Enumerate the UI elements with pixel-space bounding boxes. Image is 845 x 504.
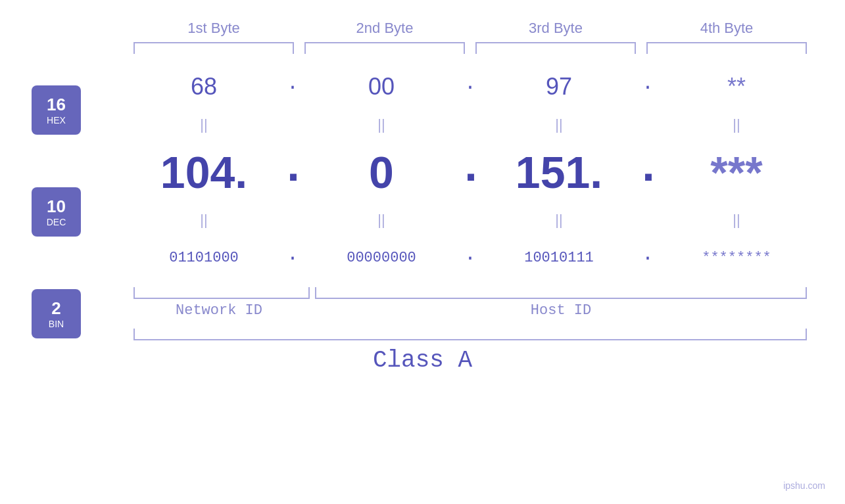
- dec-cell-2: 0: [306, 147, 457, 198]
- id-labels: Network ID Host ID: [33, 302, 812, 319]
- eq-7: ||: [483, 212, 635, 229]
- eq-8: ||: [661, 212, 812, 229]
- bin-num: 2: [51, 298, 60, 319]
- bin-cell-3: 10010111: [483, 250, 635, 266]
- network-id-label: Network ID: [128, 302, 310, 319]
- big-bottom-bracket: [33, 329, 812, 340]
- host-id-label: Host ID: [310, 302, 812, 319]
- bin-value-2: 00000000: [347, 250, 416, 266]
- bin-value-3: 10010111: [524, 250, 594, 266]
- hex-dot-1: .: [279, 74, 306, 93]
- dec-value-4: ***: [710, 147, 762, 197]
- eq-5: ||: [128, 212, 279, 229]
- hex-cell-1: 68: [128, 73, 279, 101]
- byte-header-2: 2nd Byte: [299, 20, 470, 37]
- hex-value-1: 68: [191, 73, 217, 100]
- rows-area: 68 . 00 . 97 . ** || || || ||: [33, 60, 812, 284]
- sep-row-2: || || || ||: [128, 208, 812, 231]
- bracket-top-2: [304, 42, 465, 54]
- dec-dot-1: .: [279, 146, 306, 192]
- hex-cell-3: 97: [483, 73, 635, 101]
- eq-4: ||: [661, 116, 812, 133]
- bracket-network: [133, 287, 310, 299]
- hex-badge: 16 HEX: [32, 85, 81, 135]
- base-labels: 16 HEX 10 DEC 2 BIN: [32, 85, 81, 338]
- bin-dot-1: .: [279, 244, 306, 264]
- dec-badge: 10 DEC: [32, 187, 81, 237]
- bin-dot-2: .: [457, 244, 483, 264]
- bottom-brackets: [33, 287, 812, 299]
- hex-dot-2: .: [457, 74, 483, 93]
- hex-row: 68 . 00 . 97 . **: [128, 60, 812, 113]
- hex-dot-3: .: [635, 74, 661, 93]
- sep-row-1: || || || ||: [128, 113, 812, 136]
- byte-header-3: 3rd Byte: [470, 20, 641, 37]
- bin-row: 01101000 . 00000000 . 10010111 . *******…: [128, 231, 812, 284]
- big-bracket: [133, 329, 807, 340]
- byte-header-4: 4th Byte: [641, 20, 812, 37]
- hex-value-2: 00: [368, 73, 395, 100]
- class-label: Class A: [33, 347, 812, 374]
- hex-num: 16: [47, 95, 66, 115]
- bin-name: BIN: [49, 319, 64, 329]
- hex-value-4: **: [727, 73, 746, 100]
- dec-name: DEC: [47, 217, 66, 227]
- bracket-top-1: [133, 42, 294, 54]
- bracket-host: [315, 287, 807, 299]
- dec-row: 104. . 0 . 151. . ***: [128, 136, 812, 208]
- dec-cell-3: 151.: [483, 147, 635, 198]
- dec-dot-2: .: [457, 146, 483, 192]
- dec-cell-4: ***: [661, 147, 812, 198]
- dec-cell-1: 104.: [128, 147, 279, 198]
- bracket-top-3: [475, 42, 636, 54]
- eq-3: ||: [483, 116, 635, 133]
- dec-dot-3: .: [635, 146, 661, 192]
- bin-value-4: ********: [702, 250, 771, 266]
- dec-value-1: 104.: [160, 147, 247, 197]
- watermark: ipshu.com: [783, 480, 825, 491]
- top-brackets: [33, 42, 812, 54]
- main-container: 1st Byte 2nd Byte 3rd Byte 4th Byte 16 H…: [0, 0, 845, 504]
- hex-cell-4: **: [661, 73, 812, 101]
- bin-value-1: 01101000: [169, 250, 239, 266]
- hex-cell-2: 00: [306, 73, 457, 101]
- byte-header-1: 1st Byte: [128, 20, 299, 37]
- bin-cell-4: ********: [661, 250, 812, 266]
- eq-6: ||: [306, 212, 457, 229]
- bin-cell-2: 00000000: [306, 250, 457, 266]
- bin-cell-1: 01101000: [128, 250, 279, 266]
- bracket-top-4: [646, 42, 807, 54]
- eq-2: ||: [306, 116, 457, 133]
- bin-dot-3: .: [635, 244, 661, 264]
- hex-value-3: 97: [546, 73, 572, 100]
- dec-value-3: 151.: [516, 147, 602, 197]
- bin-badge: 2 BIN: [32, 289, 81, 338]
- dec-value-2: 0: [369, 147, 394, 197]
- dec-num: 10: [47, 196, 66, 217]
- hex-name: HEX: [47, 115, 66, 126]
- byte-headers: 1st Byte 2nd Byte 3rd Byte 4th Byte: [33, 20, 812, 37]
- eq-1: ||: [128, 116, 279, 133]
